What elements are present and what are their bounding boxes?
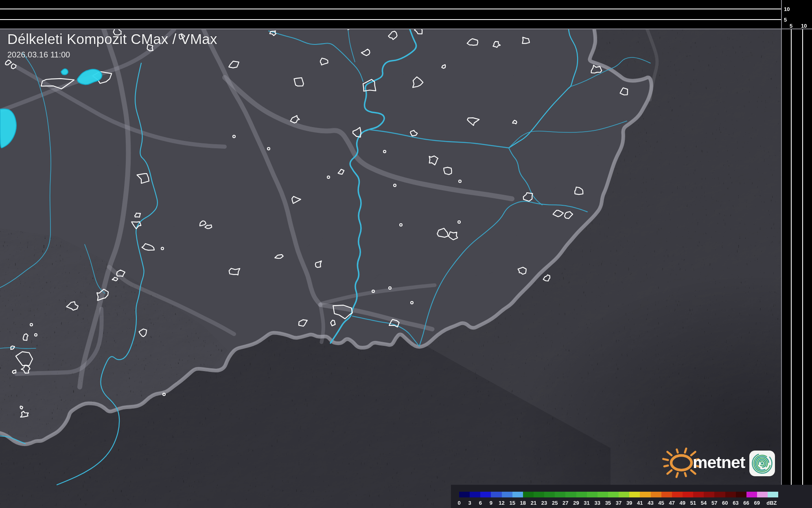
dbz-color-segment	[480, 492, 491, 497]
scale-hline	[0, 19, 781, 20]
scale-vline-label: 10	[801, 23, 807, 29]
dbz-color-segment	[576, 492, 587, 497]
dbz-color-segment	[534, 492, 544, 497]
dbz-tick-label: 35	[605, 500, 611, 506]
dbz-tick-label: 37	[616, 500, 622, 506]
metnet-logo-text: metnet	[693, 453, 745, 472]
dbz-color-segment	[651, 492, 661, 497]
dbz-color-segment	[714, 492, 725, 497]
metnet-app-icon	[749, 450, 776, 477]
dbz-tick-label: 63	[733, 500, 738, 506]
dbz-tick-label: 66	[743, 500, 749, 506]
scale-vline	[802, 29, 803, 508]
dbz-color-segment	[629, 492, 640, 497]
dbz-tick-label: 60	[722, 500, 728, 506]
radar-app-screen: Délkeleti Kompozit CMax / VMax 2026.03.1…	[0, 0, 812, 508]
title-block: Délkeleti Kompozit CMax / VMax 2026.03.1…	[7, 31, 217, 59]
dbz-color-segment	[470, 492, 480, 497]
dbz-tick-label: 39	[626, 500, 632, 506]
dbz-color-segment	[683, 492, 693, 497]
dbz-color-segment	[693, 492, 704, 497]
dbz-tick-label: 15	[509, 500, 515, 506]
dbz-tick-label: 0	[457, 500, 460, 506]
dbz-color-segment	[491, 492, 501, 497]
dbz-tick-label: 25	[552, 500, 558, 506]
dbz-tick-label: 27	[562, 500, 568, 506]
scale-hline-label: 5	[784, 17, 787, 22]
dbz-color-segment	[608, 492, 619, 497]
dbz-tick-label: 12	[499, 500, 504, 506]
dbz-tick-label: 57	[711, 500, 717, 506]
dbz-tick-label: 29	[573, 500, 579, 506]
dbz-color-segment	[598, 492, 608, 497]
timestamp: 2026.03.16 11:00	[7, 50, 217, 59]
dbz-color-segment	[523, 492, 534, 497]
dbz-tick-label: 69	[754, 500, 759, 506]
dbz-color-segment	[565, 492, 576, 497]
dbz-tick-label: 21	[531, 500, 536, 506]
scale-vline-label: 5	[790, 23, 792, 29]
radar-map[interactable]	[0, 0, 812, 508]
dbz-color-segment	[512, 492, 523, 497]
dbz-color-segment	[704, 492, 714, 497]
dbz-color-segment	[544, 492, 555, 497]
scale-vline	[791, 29, 792, 508]
dbz-colorbar-labels: 0369121518212325272931333537394143454749…	[459, 500, 789, 506]
top-scale-strip	[0, 0, 812, 29]
dbz-color-segment	[746, 492, 757, 497]
right-scale-strip	[782, 0, 812, 508]
dbz-tick-label: 54	[701, 500, 707, 506]
dbz-color-segment	[640, 492, 650, 497]
dbz-legend-strip: 0369121518212325272931333537394143454749…	[451, 485, 812, 508]
scale-hline	[0, 9, 781, 9]
terrain-layer	[0, 0, 812, 508]
dbz-unit-label: dBZ	[766, 500, 777, 506]
dbz-tick-label: 45	[658, 500, 664, 506]
dbz-tick-label: 41	[637, 500, 643, 506]
dbz-tick-label: 3	[468, 500, 471, 506]
dbz-tick-label: 18	[520, 500, 526, 506]
dbz-color-segment	[672, 492, 683, 497]
dbz-color-segment	[736, 492, 746, 497]
dbz-tick-label: 31	[584, 500, 589, 506]
dbz-tick-label: 9	[490, 500, 492, 506]
dbz-tick-label: 6	[479, 500, 482, 506]
dbz-tick-label: 47	[669, 500, 674, 506]
dbz-colorbar	[459, 492, 778, 497]
radar-map-canvas[interactable]	[0, 0, 812, 508]
map-right-separator	[781, 0, 782, 508]
dbz-color-segment	[757, 492, 768, 497]
dbz-tick-label: 43	[648, 500, 653, 506]
dbz-color-segment	[619, 492, 629, 497]
dbz-color-segment	[725, 492, 736, 497]
dbz-color-segment	[555, 492, 565, 497]
dbz-tick-label: 33	[594, 500, 600, 506]
dbz-color-segment	[459, 492, 470, 497]
scale-hline-label: 10	[784, 7, 790, 12]
dbz-color-segment	[502, 492, 512, 497]
dbz-color-segment	[768, 492, 778, 497]
dbz-tick-label: 23	[541, 500, 547, 506]
page-title: Délkeleti Kompozit CMax / VMax	[7, 31, 217, 47]
dbz-tick-label: 51	[690, 500, 696, 506]
dbz-color-segment	[587, 492, 598, 497]
map-top-separator	[0, 29, 812, 29]
dbz-tick-label: 49	[680, 500, 685, 506]
dbz-color-segment	[661, 492, 672, 497]
